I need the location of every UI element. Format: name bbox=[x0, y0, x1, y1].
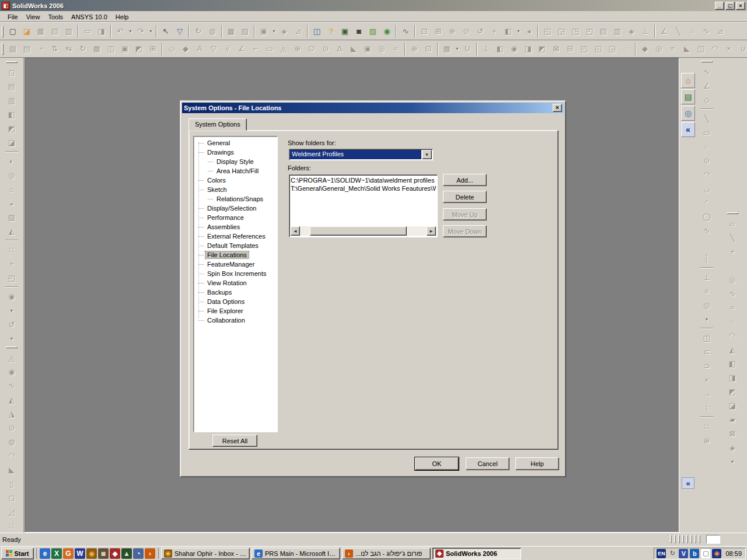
line-sketch-icon[interactable]: ╲ bbox=[700, 112, 713, 125]
tree-item-performance[interactable]: Performance bbox=[194, 213, 277, 222]
antivirus-shield-icon[interactable]: V bbox=[679, 549, 688, 558]
design-library-icon[interactable]: ▤ bbox=[681, 89, 695, 104]
move-size-features-icon[interactable]: + bbox=[5, 257, 18, 270]
model-view-icon[interactable]: ◱ bbox=[592, 43, 605, 55]
display-shaded-with-edges-icon[interactable]: ◧ bbox=[5, 108, 18, 121]
mate-reference-icon[interactable]: ◎ bbox=[726, 273, 739, 286]
pan-icon[interactable]: + bbox=[488, 25, 501, 38]
weld-bead-icon[interactable]: U bbox=[461, 43, 474, 55]
g-application-icon[interactable]: G bbox=[63, 548, 74, 559]
circle-tool-icon[interactable]: ○ bbox=[686, 25, 699, 38]
photoworks-render-icon[interactable]: ▣ bbox=[338, 25, 351, 38]
edit-texture-icon[interactable]: ▨ bbox=[239, 25, 252, 38]
dropdown-arrow-icon[interactable]: ▾ bbox=[9, 332, 15, 345]
dropdown-arrow-icon[interactable]: ▾ bbox=[9, 304, 15, 317]
quick-snaps-icon[interactable]: ◎ bbox=[700, 299, 713, 312]
smart-fastener-icon[interactable]: ◆ bbox=[638, 43, 651, 55]
tree-item-assemblies[interactable]: Assemblies bbox=[194, 222, 277, 232]
tree-item-data-options[interactable]: Data Options bbox=[194, 297, 277, 306]
assembly-grid-icon[interactable]: ⊞ bbox=[146, 43, 159, 55]
tree-item-external-references[interactable]: External References bbox=[194, 232, 277, 241]
tab-system-options[interactable]: System Options bbox=[189, 118, 247, 131]
show-folders-combobox[interactable]: Weldment Profiles ▼ bbox=[289, 149, 433, 160]
split-line-icon[interactable]: ◭ bbox=[726, 343, 739, 356]
rib-feature-icon[interactable]: ▯ bbox=[5, 477, 18, 490]
relative-view-icon[interactable]: ◲ bbox=[606, 43, 619, 55]
centerline-annotation-icon[interactable]: ∅ bbox=[305, 43, 318, 55]
new-document-icon[interactable]: ▢ bbox=[6, 25, 19, 38]
minimize-button[interactable]: _ bbox=[715, 2, 724, 10]
tree-item-default-templates[interactable]: Default Templates bbox=[194, 241, 277, 250]
menu-help[interactable]: Help bbox=[111, 12, 133, 22]
dropdown-arrow-icon[interactable]: ▾ bbox=[271, 25, 277, 38]
tree-item-collaboration[interactable]: Collaboration bbox=[194, 316, 277, 325]
spell-checker-icon[interactable]: ◈ bbox=[278, 25, 291, 38]
dropdown-arrow-icon[interactable]: ▾ bbox=[148, 25, 153, 38]
section-view-icon[interactable]: ◧ bbox=[494, 43, 507, 55]
rotate-component-icon[interactable]: ↻ bbox=[76, 43, 89, 55]
point-sketch-icon[interactable]: ∙ bbox=[700, 238, 713, 251]
select-icon[interactable]: ↖ bbox=[159, 25, 172, 38]
view-normal-to-icon[interactable]: ⊥ bbox=[639, 25, 652, 38]
dowel-pin-symbol-icon[interactable]: ◎ bbox=[375, 43, 388, 55]
ink-sketch-icon[interactable]: ∿ bbox=[399, 25, 412, 38]
three-point-arc-icon[interactable]: ◜ bbox=[700, 196, 713, 209]
detail-view-icon[interactable]: ◉ bbox=[508, 43, 521, 55]
print-icon[interactable]: ▭ bbox=[81, 25, 94, 38]
horizontal-scrollbar[interactable]: ◄ ► bbox=[291, 226, 436, 236]
task-firefox-forum[interactable]: ◗פורום ג'יפולוג - הגב לנו... bbox=[342, 548, 431, 559]
save-icon[interactable]: ▦ bbox=[34, 25, 47, 38]
word-icon[interactable]: W bbox=[75, 548, 85, 559]
options-toolbar-icon[interactable]: ▣ bbox=[257, 25, 270, 38]
weldment-icon[interactable]: ∪ bbox=[736, 43, 747, 55]
plant-app-icon[interactable]: ▲ bbox=[121, 548, 132, 559]
folder-path[interactable]: C:\PROGRA~1\SOLIDW~1\data\weldment profi… bbox=[291, 176, 436, 184]
restore-button[interactable]: ◱ bbox=[725, 2, 735, 10]
display-wireframe-icon[interactable]: ◻ bbox=[5, 66, 18, 79]
area-hatch-fill-icon[interactable]: ◣ bbox=[347, 43, 360, 55]
helix-spiral-icon[interactable]: ◌ bbox=[726, 315, 739, 328]
scrollbar-thumb[interactable] bbox=[310, 226, 407, 236]
paste-feature-icon[interactable]: ◰ bbox=[5, 271, 18, 284]
tree-item-drawings[interactable]: Drawings bbox=[194, 148, 277, 157]
scroll-left-arrow[interactable]: ◄ bbox=[291, 226, 300, 236]
display-delete-relations-icon[interactable]: ≡ bbox=[700, 285, 713, 298]
surface-finish-icon[interactable]: ▽ bbox=[207, 43, 220, 55]
tree-item-spin-box-increments[interactable]: Spin Box Increments bbox=[194, 269, 277, 278]
ellipse-sketch-icon[interactable]: ◯ bbox=[700, 210, 713, 223]
smart-dimension-icon[interactable]: ⊿ bbox=[714, 25, 727, 38]
toolbar-drag-handle[interactable] bbox=[6, 346, 18, 348]
chamfer-feature-icon[interactable]: ◣ bbox=[5, 463, 18, 476]
structural-member-icon[interactable]: ≡ bbox=[666, 43, 679, 55]
menu-ansys-10-0[interactable]: ANSYS 10.0 bbox=[67, 12, 111, 22]
menu-file[interactable]: File bbox=[4, 12, 22, 22]
projected-view-icon[interactable]: ◨ bbox=[522, 43, 535, 55]
dropdown-arrow-icon[interactable]: ▾ bbox=[128, 25, 133, 38]
reference-axis-icon[interactable]: ╲ bbox=[726, 231, 739, 244]
windows-update-icon[interactable]: ↻ bbox=[668, 549, 677, 558]
balloon-icon[interactable]: ◆ bbox=[179, 43, 192, 55]
centerpoint-arc-icon[interactable]: ◠ bbox=[700, 168, 713, 181]
change-suppression-icon[interactable]: ⇅ bbox=[48, 43, 61, 55]
task-scheduler-icon[interactable]: ▢ bbox=[701, 549, 710, 558]
geometric-tolerance-icon[interactable]: ∠ bbox=[235, 43, 248, 55]
display-shaded-icon[interactable]: ◩ bbox=[5, 122, 18, 135]
rectangle-sketch-icon[interactable]: ▭ bbox=[700, 126, 713, 139]
sketch-tool-icon[interactable]: ∠ bbox=[700, 79, 713, 92]
toolbar-drag-handle[interactable] bbox=[6, 61, 18, 63]
display-shadows-icon[interactable]: ◪ bbox=[5, 136, 18, 149]
toolbar-drag-handle[interactable] bbox=[727, 212, 738, 214]
convert-entities-icon[interactable]: ⊃ bbox=[700, 359, 713, 372]
replace-component-icon[interactable]: ⇆ bbox=[62, 43, 75, 55]
menu-view[interactable]: View bbox=[22, 12, 44, 22]
standard-3-view-icon[interactable]: ◰ bbox=[578, 43, 591, 55]
redo-icon[interactable]: ↷ bbox=[134, 25, 147, 38]
text-annotation-icon[interactable]: A bbox=[193, 43, 206, 55]
dialog-titlebar[interactable]: System Options - File Locations × bbox=[182, 103, 564, 113]
dropdown-arrow-icon[interactable]: ▾ bbox=[704, 313, 710, 326]
zoom-to-selection-icon[interactable]: ⊙ bbox=[460, 25, 473, 38]
empty-view-icon[interactable]: ◌ bbox=[620, 43, 633, 55]
auto-balloon-icon[interactable]: ⊡ bbox=[422, 43, 435, 55]
hole-callout-icon[interactable]: ⊙ bbox=[319, 43, 332, 55]
table-icon[interactable]: ▦ bbox=[441, 43, 453, 55]
